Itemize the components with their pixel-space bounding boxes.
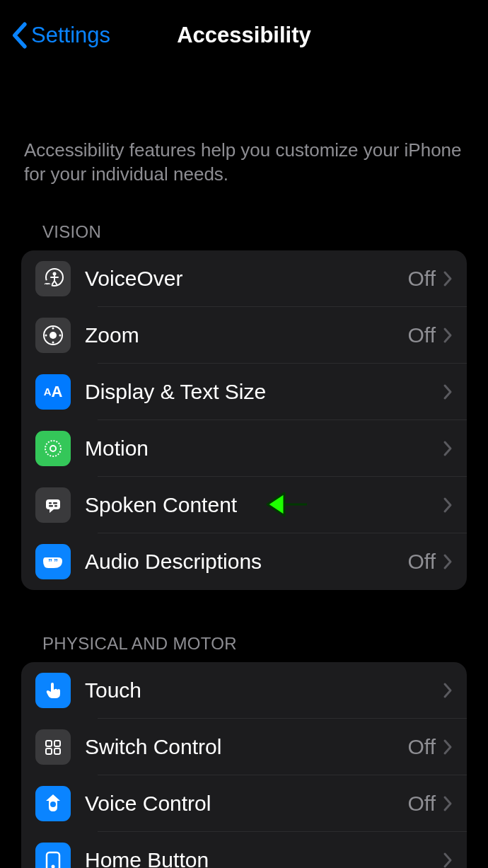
section-vision: VoiceOver Off Zoom Off AA Display & Text… [21,250,467,590]
svg-point-5 [52,327,54,329]
svg-point-1 [53,272,57,275]
svg-rect-12 [49,502,52,504]
section-header-physical: Physical and Motor [0,634,488,654]
audio-descriptions-label: Audio Descriptions [85,550,408,574]
svg-point-9 [45,441,61,456]
back-label: Settings [31,23,110,48]
row-touch[interactable]: Touch [21,662,467,719]
svg-point-6 [52,341,54,343]
motion-icon [35,431,71,466]
display-text-icon: AA [35,374,71,410]
chevron-right-icon [443,440,453,457]
chevron-right-icon [443,795,453,812]
voice-control-label: Voice Control [85,792,408,816]
voiceover-icon [35,261,71,296]
svg-rect-15 [54,505,57,507]
row-switch-control[interactable]: Switch Control Off [21,719,467,775]
section-physical: Touch Switch Control Off Voice Control [21,662,467,868]
row-audio-descriptions[interactable]: ” ” Audio Descriptions Off [21,533,467,590]
display-text-label: Display & Text Size [85,380,443,404]
page-title: Accessibility [177,23,311,48]
speech-bubble-icon [35,487,71,523]
svg-point-22 [50,802,56,807]
svg-rect-11 [46,499,60,509]
chevron-right-icon [443,553,453,570]
zoom-value: Off [408,323,436,347]
chevron-right-icon [443,739,453,756]
svg-rect-18 [46,741,52,746]
page-description: Accessibility features help you customiz… [0,139,488,187]
svg-point-8 [59,334,62,336]
row-zoom[interactable]: Zoom Off [21,307,467,364]
svg-text:”: ” [54,557,58,567]
switch-control-label: Switch Control [85,735,408,759]
switch-control-icon [35,729,71,765]
switch-control-value: Off [408,735,436,759]
row-motion[interactable]: Motion [21,420,467,477]
chevron-right-icon [443,327,453,344]
chevron-right-icon [443,682,453,699]
home-button-label: Home Button [85,848,443,868]
touch-label: Touch [85,678,443,702]
row-voiceover[interactable]: VoiceOver Off [21,250,467,307]
svg-rect-21 [54,748,60,754]
voiceover-value: Off [408,267,436,291]
row-home-button[interactable]: Home Button [21,832,467,868]
svg-text:”: ” [48,557,52,567]
chevron-right-icon [443,852,453,868]
voice-control-icon [35,786,71,821]
back-button[interactable]: Settings [11,22,110,49]
row-voice-control[interactable]: Voice Control Off [21,775,467,832]
audio-descriptions-value: Off [408,550,436,574]
voiceover-label: VoiceOver [85,267,408,291]
svg-point-7 [45,334,47,336]
chevron-left-icon [11,22,27,49]
row-spoken-content[interactable]: Spoken Content [21,477,467,533]
audio-descriptions-icon: ” ” [35,544,71,579]
row-display-text-size[interactable]: AA Display & Text Size [21,364,467,420]
zoom-label: Zoom [85,323,408,347]
zoom-icon [35,318,71,353]
chevron-right-icon [443,383,453,400]
spoken-content-label: Spoken Content [85,493,443,517]
motion-label: Motion [85,436,443,461]
svg-point-4 [50,332,57,339]
touch-icon [35,673,71,708]
svg-point-10 [50,446,56,451]
home-button-icon [35,843,71,868]
svg-rect-20 [46,748,52,754]
svg-rect-19 [54,741,60,746]
chevron-right-icon [443,497,453,514]
svg-rect-13 [53,502,57,504]
chevron-right-icon [443,270,453,287]
section-header-vision: Vision [0,222,488,242]
voice-control-value: Off [408,792,436,816]
svg-rect-14 [49,505,53,507]
nav-header: Settings Accessibility [0,0,488,71]
svg-point-24 [52,864,55,868]
